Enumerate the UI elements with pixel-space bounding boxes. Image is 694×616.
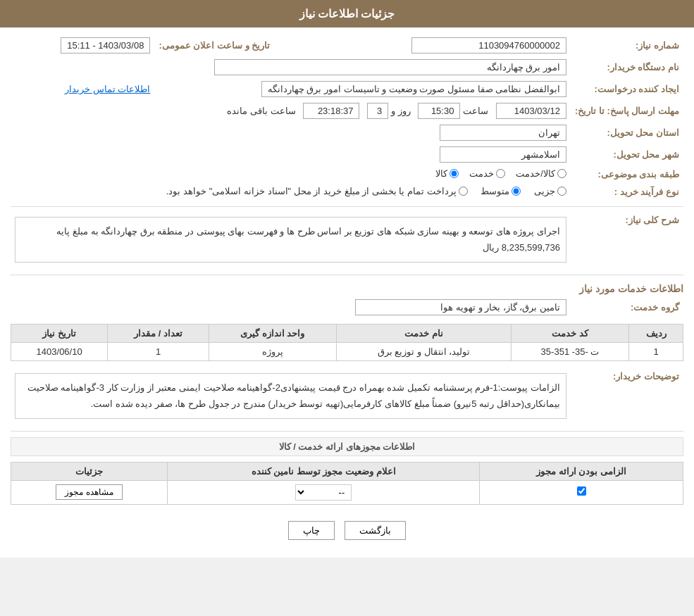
creator-label: ایجاد کننده درخواست: <box>571 78 683 100</box>
org-name-label: نام دستگاه خریدار: <box>571 56 683 78</box>
page-header: جزئیات اطلاعات نیاز <box>0 0 694 27</box>
license-table: الزامی بودن ارائه مجوز اعلام وضعیت مجوز … <box>11 462 683 505</box>
creator-value: ابوالفضل نظامی صفا مسئول صورت وضعیت و تا… <box>154 78 570 100</box>
response-deadline-label: مهلت ارسال پاسخ: تا تاریخ: <box>571 100 683 122</box>
table-row: 1 ت -35- 351-35 تولید، انتقال و توزیع بر… <box>11 342 683 360</box>
purchase-type-jazii[interactable]: جزیی <box>534 186 566 196</box>
category-options: کالا/خدمت خدمت کالا <box>11 165 571 183</box>
creator-link[interactable]: اطلاعات تماس خریدار <box>65 84 150 94</box>
page-title: جزئیات اطلاعات نیاز <box>299 8 395 20</box>
days-label: روز و <box>391 106 411 116</box>
org-name-value: امور برق چهاردانگه <box>11 56 571 78</box>
purchase-type-label: نوع فرآیند خرید : <box>571 183 683 201</box>
purchase-type-options: جزیی متوسط پرداخت تمام یا بخشی از مبلغ خ… <box>11 183 571 201</box>
footer-buttons: بازگشت چاپ <box>11 510 683 551</box>
province-label: استان محل تحویل: <box>571 122 683 144</box>
buyer-notes-box: الزامات پیوست:1-فرم پرسشنامه تکمیل شده ب… <box>15 373 566 419</box>
license-col-details: جزئیات <box>11 462 168 480</box>
need-description-label: شرح کلی نیاز: <box>571 210 683 269</box>
license-col-status: اعلام وضعیت مجوز توسط نامین کننده <box>168 462 480 480</box>
cell-name: تولید، انتقال و توزیع برق <box>336 342 511 360</box>
response-deadline-row: 1403/03/12 ساعت 15:30 روز و 3 23:18:37 س… <box>11 100 571 122</box>
cell-qty: 1 <box>108 342 209 360</box>
back-button[interactable]: بازگشت <box>345 521 406 540</box>
col-unit: واحد اندازه گیری <box>209 324 336 342</box>
license-status-select[interactable]: -- <box>295 484 352 501</box>
col-qty: تعداد / مقدار <box>108 324 209 342</box>
top-info-table: شماره نیاز: 1103094760000002 تاریخ و ساع… <box>11 34 683 201</box>
service-group-label: گروه خدمت: <box>571 296 683 318</box>
col-name: نام خدمت <box>336 324 511 342</box>
license-required-checkbox[interactable] <box>577 486 586 496</box>
license-required-cell <box>480 480 683 504</box>
category-label: طبقه بندی موضوعی: <box>571 165 683 183</box>
service-group-value: تامین برق، گاز، بخار و تهویه هوا <box>11 296 571 318</box>
response-time: 15:30 <box>418 103 460 119</box>
divider-1 <box>11 206 683 207</box>
col-date: تاریخ نیاز <box>11 324 108 342</box>
main-content: شماره نیاز: 1103094760000002 تاریخ و ساع… <box>0 27 694 558</box>
announcement-value: 1403/03/08 - 15:11 <box>11 34 154 56</box>
cell-code: ت -35- 351-35 <box>512 342 629 360</box>
print-button[interactable]: چاپ <box>288 521 335 540</box>
need-number-input: 1103094760000002 <box>411 37 566 54</box>
license-col-required: الزامی بودن ارائه مجوز <box>480 462 683 480</box>
category-option-kala-khedmat[interactable]: کالا/خدمت <box>516 168 566 179</box>
org-name-input: امور برق چهاردانگه <box>214 59 566 75</box>
purchase-type-asnad[interactable]: پرداخت تمام یا بخشی از مبلغ خرید از محل … <box>166 186 468 196</box>
cell-row: 1 <box>629 342 683 360</box>
need-description-box: اجرای پروژه های توسعه و بهینه سازی شبکه … <box>15 217 566 263</box>
creator-input: ابوالفضل نظامی صفا مسئول صورت وضعیت و تا… <box>261 81 566 97</box>
city-value: اسلامشهر <box>11 144 571 165</box>
col-row: ردیف <box>629 324 683 342</box>
response-date: 1403/03/12 <box>496 103 566 119</box>
page-wrapper: جزئیات اطلاعات نیاز شماره نیاز: 11030947… <box>0 0 694 558</box>
category-option-kala[interactable]: کالا <box>435 168 459 179</box>
province-value: تهران <box>11 122 571 144</box>
license-details-cell: مشاهده مجوز <box>11 480 168 504</box>
need-description-table: شرح کلی نیاز: اجرای پروژه های توسعه و به… <box>11 210 683 269</box>
announcement-label: تاریخ و ساعت اعلان عمومی: <box>154 34 274 56</box>
need-number-label: شماره نیاز: <box>571 34 683 56</box>
purchase-type-mutavasit[interactable]: متوسط <box>481 186 521 196</box>
buyer-notes-value: الزامات پیوست:1-فرم پرسشنامه تکمیل شده ب… <box>11 367 571 425</box>
buyer-notes-label: توضیحات خریدار: <box>571 367 683 425</box>
response-remaining: 23:18:37 <box>303 103 359 119</box>
announcement-input: 1403/03/08 - 15:11 <box>61 37 150 54</box>
services-title: اطلاعات خدمات مورد نیاز <box>11 279 683 296</box>
cell-date: 1403/06/10 <box>11 342 108 360</box>
cell-unit: پروژه <box>209 342 336 360</box>
license-status-cell: -- <box>168 480 480 504</box>
time-label: ساعت <box>463 106 488 116</box>
divider-3 <box>11 431 683 432</box>
license-section-title: اطلاعات مجوزهای ارائه خدمت / کالا <box>11 437 683 456</box>
license-row: -- مشاهده مجوز <box>11 480 683 504</box>
col-code: کد خدمت <box>512 324 629 342</box>
province-input: تهران <box>440 125 566 141</box>
view-license-button[interactable]: مشاهده مجوز <box>56 484 122 500</box>
category-option-khedmat[interactable]: خدمت <box>469 168 505 179</box>
need-number-value: 1103094760000002 <box>330 34 571 56</box>
response-days: 3 <box>367 103 388 119</box>
service-group-input: تامین برق، گاز، بخار و تهویه هوا <box>355 299 566 315</box>
buyer-notes-table: توضیحات خریدار: الزامات پیوست:1-فرم پرسش… <box>11 367 683 425</box>
city-input: اسلامشهر <box>440 146 566 163</box>
divider-2 <box>11 275 683 275</box>
need-description-value: اجرای پروژه های توسعه و بهینه سازی شبکه … <box>11 210 571 269</box>
category-radio-group: کالا/خدمت خدمت کالا <box>435 168 566 179</box>
remaining-label: ساعت باقی مانده <box>227 106 295 116</box>
city-label: شهر محل تحویل: <box>571 144 683 165</box>
service-group-table: گروه خدمت: تامین برق، گاز، بخار و تهویه … <box>11 296 683 318</box>
services-table: ردیف کد خدمت نام خدمت واحد اندازه گیری ت… <box>11 324 683 361</box>
creator-link-cell: اطلاعات تماس خریدار <box>11 78 154 100</box>
